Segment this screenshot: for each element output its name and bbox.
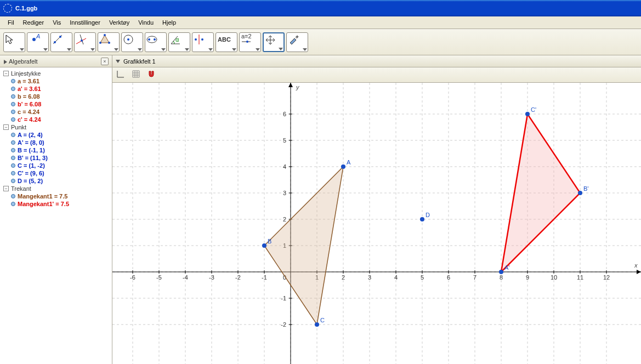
tree-category[interactable]: −Punkt [2,123,110,131]
svg-text:x: x [634,262,638,269]
svg-point-16 [154,38,156,41]
magnet-icon[interactable] [146,69,160,81]
tree-item[interactable]: b' = 6.08 [2,100,110,108]
svg-point-120 [315,322,319,327]
visibility-bullet[interactable] [11,133,15,137]
tree-item[interactable]: b = 6.08 [2,93,110,100]
menu-verktoy[interactable]: Verktøy [105,18,134,27]
graphics-canvas[interactable]: -6-5-4-3-2-1123456789101112-2-11234560xy… [112,83,641,364]
svg-point-15 [148,38,150,41]
tool-line[interactable] [50,32,72,52]
svg-point-114 [499,270,503,274]
tool-reflect[interactable] [192,32,214,52]
svg-text:5: 5 [421,274,424,281]
app-icon [3,4,12,13]
svg-text:a=2: a=2 [241,33,252,39]
visibility-bullet[interactable] [11,79,15,83]
category-label: Linjestykke [11,70,41,77]
close-panel-icon[interactable]: × [101,58,109,65]
visibility-bullet[interactable] [11,110,15,114]
tool-polygon[interactable] [98,32,120,52]
svg-text:B: B [268,238,271,244]
tool-slider[interactable]: a=2 [239,32,261,52]
visibility-bullet[interactable] [11,102,15,106]
tree-item[interactable]: B = (-1, 1) [2,146,110,154]
svg-text:B': B' [583,185,588,192]
tree-category[interactable]: −Trekant [2,185,110,192]
visibility-bullet[interactable] [11,202,15,206]
visibility-bullet[interactable] [11,117,15,122]
visibility-bullet[interactable] [11,156,15,160]
tree-item[interactable]: a = 3.61 [2,77,110,85]
menu-hjelp[interactable]: Hjelp [158,18,180,27]
menu-vis[interactable]: Vis [48,18,65,27]
tool-point[interactable]: A [27,32,49,52]
visibility-bullet[interactable] [11,94,15,99]
svg-point-10 [108,42,110,44]
tree-item-label: B = (-1, 1) [18,147,45,153]
visibility-bullet[interactable] [11,140,15,145]
tool-text[interactable]: ABC [215,32,237,52]
visibility-bullet[interactable] [11,179,15,183]
svg-point-0 [32,38,36,41]
menu-vindu[interactable]: Vindu [134,18,158,27]
tool-move[interactable] [3,32,25,52]
tree-item[interactable]: C = (1, -2) [2,162,110,169]
tree-item-label: A = (2, 4) [18,132,43,138]
tree-item[interactable]: B' = (11, 3) [2,154,110,162]
plot-svg: -6-5-4-3-2-1123456789101112-2-11234560xy… [112,83,641,364]
tool-move-view[interactable] [263,32,285,52]
tool-perpendicular[interactable] [74,32,96,52]
tree-item[interactable]: A' = (8, 0) [2,139,110,146]
svg-point-9 [104,34,106,36]
tree-item-label: C' = (9, 6) [18,170,44,177]
visibility-bullet[interactable] [11,163,15,168]
graphics-collapse-icon[interactable] [116,60,120,63]
grid-toggle[interactable] [131,69,144,81]
tree-item[interactable]: Mangekant1 = 7.5 [2,192,110,200]
tree-item[interactable]: C' = (9, 6) [2,169,110,177]
graphics-toolbar [112,67,641,83]
main-area: Algebrafelt × −Linjestykkea = 3.61a' = 3… [0,55,641,364]
svg-text:-1: -1 [262,274,267,281]
tool-circle[interactable] [121,32,143,52]
tree-item-label: b' = 6.08 [18,101,41,107]
collapse-icon[interactable] [4,60,7,64]
expand-icon[interactable]: − [3,71,9,76]
svg-text:-5: -5 [156,274,162,281]
svg-text:-2: -2 [235,274,241,281]
tool-ellipse[interactable] [145,32,167,52]
svg-text:C': C' [531,106,536,113]
tree-item[interactable]: A = (2, 4) [2,131,110,139]
toolbar: A α ABC a=2 [0,29,641,55]
svg-text:4: 4 [283,163,286,170]
expand-icon[interactable]: − [3,124,9,130]
svg-text:α: α [175,36,179,43]
menu-rediger[interactable]: Rediger [19,18,49,27]
tree-item-label: C = (1, -2) [18,162,45,169]
svg-point-124 [420,217,424,221]
tree-item[interactable]: a' = 3.61 [2,85,110,93]
svg-text:3: 3 [368,274,371,281]
tool-angle[interactable]: α [168,32,190,52]
menu-innstillinger[interactable]: Innstillinger [65,18,105,27]
tree-item[interactable]: c' = 4.24 [2,116,110,123]
tree-item[interactable]: D = (5, 2) [2,177,110,185]
visibility-bullet[interactable] [11,171,15,175]
visibility-bullet[interactable] [11,87,15,91]
visibility-bullet[interactable] [11,148,15,152]
tree-item[interactable]: Mangekant1' = 7.5 [2,200,110,208]
tree-category[interactable]: −Linjestykke [2,70,110,77]
svg-text:6: 6 [283,111,286,117]
svg-text:D: D [426,212,430,218]
svg-text:3: 3 [283,190,286,196]
axes-toggle[interactable] [116,69,129,81]
expand-icon[interactable]: − [3,186,9,191]
visibility-bullet[interactable] [11,194,15,198]
svg-text:9: 9 [526,274,529,281]
svg-text:8: 8 [500,274,503,281]
svg-text:2: 2 [342,274,345,281]
tree-item[interactable]: c = 4.24 [2,108,110,116]
menu-fil[interactable]: Fil [3,18,19,27]
tool-settings[interactable] [286,32,308,52]
